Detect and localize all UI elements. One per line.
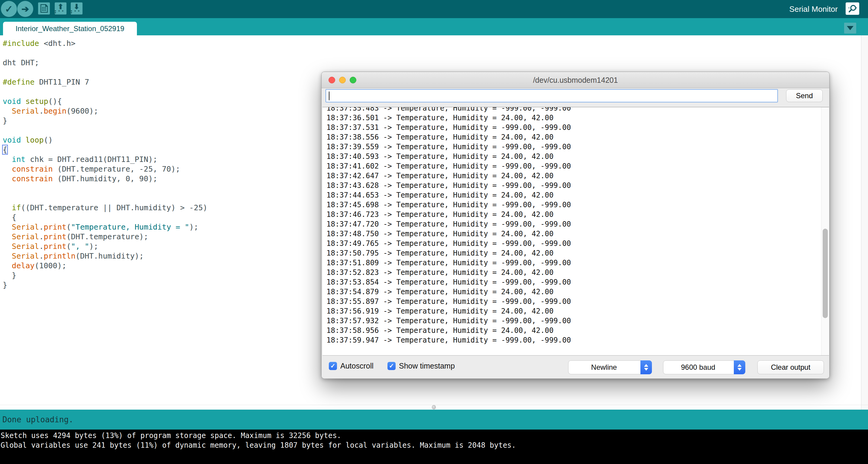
save-dots-icon: • • • • bbox=[71, 10, 83, 13]
divider-handle[interactable] bbox=[432, 405, 436, 409]
code-line: Serial.begin(9600); bbox=[3, 106, 207, 116]
line-ending-select[interactable]: Newline bbox=[568, 360, 652, 374]
autoscroll-checkbox[interactable]: ✓ bbox=[329, 362, 337, 370]
tab-interior-weather-station[interactable]: Interior_Weather_Station_052919 bbox=[3, 22, 137, 35]
serial-log-line: 18:37:37.531 -> Temperature, Humidity = … bbox=[327, 123, 829, 132]
send-button[interactable]: Send bbox=[786, 90, 823, 102]
line-ending-value: Newline bbox=[568, 361, 640, 374]
code-line: } bbox=[3, 116, 207, 126]
serial-input-field[interactable] bbox=[326, 89, 778, 102]
serial-log-line: 18:37:36.501 -> Temperature, Humidity = … bbox=[327, 113, 829, 123]
serial-monitor-footer: ✓ Autoscroll ✓ Show timestamp Newline 96… bbox=[321, 356, 829, 378]
code-line bbox=[3, 68, 207, 77]
serial-log-line: 18:37:51.809 -> Temperature, Humidity = … bbox=[327, 258, 829, 268]
code-line: constrain (DHT.temperature, -25, 70); bbox=[3, 164, 207, 174]
code-line: void setup(){ bbox=[3, 97, 207, 106]
serial-log-line: 18:37:52.823 -> Temperature, Humidity = … bbox=[327, 268, 829, 277]
code-line: delay(1000); bbox=[3, 261, 207, 271]
log-scrollbar-track[interactable] bbox=[821, 107, 829, 355]
serial-log-line: 18:37:59.947 -> Temperature, Humidity = … bbox=[327, 335, 829, 345]
serial-log-line: 18:37:54.879 -> Temperature, Humidity = … bbox=[327, 287, 829, 297]
popup-stepper-icon bbox=[734, 360, 745, 374]
clear-output-button[interactable]: Clear output bbox=[757, 360, 824, 374]
upload-arrow-icon: ➔ bbox=[22, 4, 29, 14]
triangle-down-icon bbox=[847, 26, 854, 30]
serial-log-line: 18:37:45.698 -> Temperature, Humidity = … bbox=[327, 200, 829, 210]
baud-rate-select[interactable]: 9600 baud bbox=[663, 360, 745, 374]
serial-log-line: 18:37:39.559 -> Temperature, Humidity = … bbox=[327, 142, 829, 152]
show-timestamp-label: Show timestamp bbox=[399, 362, 455, 370]
code-line: } bbox=[3, 280, 207, 290]
text-caret bbox=[329, 92, 330, 100]
code-line bbox=[3, 126, 207, 135]
code-line bbox=[3, 48, 207, 58]
console-line: Global variables use 241 bytes (11%) of … bbox=[1, 441, 516, 450]
code-line: { bbox=[3, 145, 207, 155]
code-line: void loop() bbox=[3, 135, 207, 145]
open-button[interactable]: ⬆ • • • • bbox=[55, 2, 66, 14]
toolbar: ✓ ➔ ⬆ • • • • ⬇ • • • • Serial Monitor bbox=[0, 0, 868, 18]
serial-monitor-titlebar[interactable]: /dev/cu.usbmodem14201 bbox=[321, 72, 829, 88]
code-line: { bbox=[3, 213, 207, 222]
code-line: constrain (DHT.humidity, 0, 90); bbox=[3, 174, 207, 184]
code-line bbox=[3, 193, 207, 203]
code-line: Serial.print(DHT.temperature); bbox=[3, 232, 207, 242]
status-message: Done uploading. bbox=[2, 410, 73, 430]
code-line: if((DHT.temperature || DHT.humidity) > -… bbox=[3, 203, 207, 213]
serial-log-line: 18:37:43.628 -> Temperature, Humidity = … bbox=[327, 180, 829, 190]
new-sketch-button[interactable] bbox=[38, 2, 50, 14]
serial-log-line: 18:37:38.556 -> Temperature, Humidity = … bbox=[327, 132, 829, 142]
code-line: int chk = DHT.read11(DHT11_PIN); bbox=[3, 155, 207, 164]
baud-rate-value: 9600 baud bbox=[663, 361, 733, 374]
serial-log-line: 18:37:46.723 -> Temperature, Humidity = … bbox=[327, 210, 829, 219]
verify-button[interactable]: ✓ bbox=[1, 1, 17, 17]
window-title: /dev/cu.usbmodem14201 bbox=[321, 72, 829, 88]
arduino-ide-window: ✓ ➔ ⬆ • • • • ⬇ • • • • Serial Monitor bbox=[0, 0, 868, 464]
serial-monitor-window: /dev/cu.usbmodem14201 Send 18:37:35.483 … bbox=[321, 72, 830, 378]
serial-log-line: 18:37:58.956 -> Temperature, Humidity = … bbox=[327, 326, 829, 335]
code-line: dht DHT; bbox=[3, 58, 207, 68]
serial-monitor-button[interactable] bbox=[846, 2, 859, 15]
tab-bar: Interior_Weather_Station_052919 bbox=[0, 18, 868, 35]
serial-log-line: 18:37:41.602 -> Temperature, Humidity = … bbox=[327, 161, 829, 171]
serial-log-line: 18:37:42.647 -> Temperature, Humidity = … bbox=[327, 171, 829, 180]
open-dots-icon: • • • • bbox=[55, 10, 66, 13]
code-line bbox=[3, 184, 207, 193]
serial-log-line: 18:37:40.593 -> Temperature, Humidity = … bbox=[327, 152, 829, 161]
show-timestamp-checkbox[interactable]: ✓ bbox=[388, 362, 396, 370]
code-line: #include <dht.h> bbox=[3, 39, 207, 48]
code-line: #define DHT11_PIN 7 bbox=[3, 77, 207, 87]
serial-monitor-label: Serial Monitor bbox=[789, 0, 838, 18]
serial-log-line: 18:37:44.653 -> Temperature, Humidity = … bbox=[327, 190, 829, 200]
status-bar: Done uploading. bbox=[0, 410, 868, 430]
code-line: Serial.print("Temperature, Humidity = ")… bbox=[3, 222, 207, 232]
editor-scrollbar[interactable] bbox=[861, 35, 868, 410]
popup-stepper-icon bbox=[641, 360, 652, 374]
tab-list-dropdown-button[interactable] bbox=[844, 23, 856, 34]
serial-log-line: 18:37:55.897 -> Temperature, Humidity = … bbox=[327, 297, 829, 306]
upload-button[interactable]: ➔ bbox=[17, 1, 33, 17]
verify-check-icon: ✓ bbox=[5, 3, 13, 15]
serial-log-line: 18:37:50.795 -> Temperature, Humidity = … bbox=[327, 248, 829, 258]
code-line: } bbox=[3, 271, 207, 280]
serial-log-line: 18:37:49.765 -> Temperature, Humidity = … bbox=[327, 239, 829, 248]
serial-log-area: 18:37:35.483 -> Temperature, Humidity = … bbox=[322, 107, 829, 356]
serial-log-line: 18:37:35.483 -> Temperature, Humidity = … bbox=[327, 107, 829, 113]
console-output: Sketch uses 4294 bytes (13%) of program … bbox=[0, 430, 868, 464]
save-button[interactable]: ⬇ • • • • bbox=[71, 2, 83, 14]
serial-log-line: 18:37:57.932 -> Temperature, Humidity = … bbox=[327, 316, 829, 326]
serial-log-line: 18:37:47.720 -> Temperature, Humidity = … bbox=[327, 219, 829, 229]
code-line bbox=[3, 87, 207, 97]
code-area: #include <dht.h> dht DHT; #define DHT11_… bbox=[3, 39, 207, 290]
log-scrollbar-thumb[interactable] bbox=[823, 229, 828, 318]
serial-log-line: 18:37:53.854 -> Temperature, Humidity = … bbox=[327, 277, 829, 287]
serial-log-text: 18:37:35.483 -> Temperature, Humidity = … bbox=[322, 107, 829, 345]
magnifier-icon bbox=[848, 4, 857, 13]
new-document-icon bbox=[40, 4, 48, 13]
autoscroll-label: Autoscroll bbox=[340, 362, 374, 370]
code-line: Serial.print(", "); bbox=[3, 242, 207, 251]
serial-log-line: 18:37:48.750 -> Temperature, Humidity = … bbox=[327, 229, 829, 239]
serial-log-line: 18:37:56.919 -> Temperature, Humidity = … bbox=[327, 306, 829, 316]
console-line: Sketch uses 4294 bytes (13%) of program … bbox=[1, 431, 341, 440]
code-line: Serial.println(DHT.humidity); bbox=[3, 251, 207, 261]
